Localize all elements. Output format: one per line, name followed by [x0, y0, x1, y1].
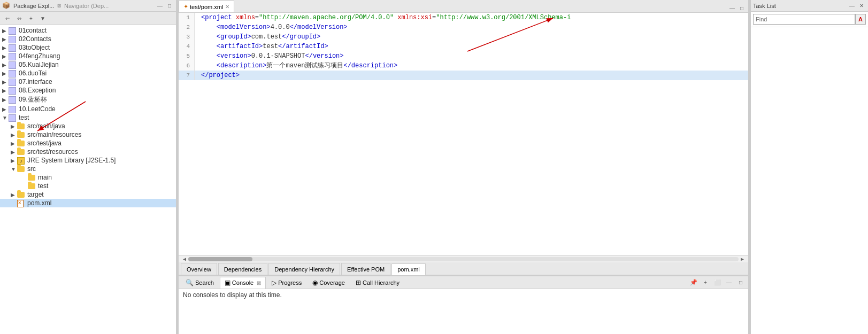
expand-arrow: ▶ [11, 123, 17, 129]
scrollbar-thumb[interactable] [188, 257, 252, 261]
tree-item-main[interactable]: ▶ main [0, 173, 176, 182]
maximize-editor-button[interactable]: □ [738, 4, 746, 12]
line-content: <project xmlns="http://maven.apache.org/… [199, 13, 748, 22]
tab-dependency-hierarchy[interactable]: Dependency Hierarchy [268, 263, 340, 275]
tab-console-label: Console [232, 279, 254, 286]
tree-item-src[interactable]: ▼ src [0, 165, 176, 173]
task-find-input[interactable] [753, 14, 855, 25]
folder-icon-target [17, 191, 26, 198]
tab-console[interactable]: ▣ Console ⊠ [220, 277, 266, 289]
tree-item-test[interactable]: ▼ test [0, 113, 176, 122]
tree-label: 05.KuaiJiejian [19, 61, 59, 68]
task-list-minimize-button[interactable]: — [848, 2, 856, 10]
tree-item-src-test-java[interactable]: ▶ src/test/java [0, 139, 176, 147]
tab-search[interactable]: 🔍 Search [181, 277, 219, 289]
package-tree: ▶ 01contact ▶ 02Contacts ▶ 03toObject ▶ … [0, 25, 176, 334]
maximize-button[interactable]: □ [165, 2, 174, 10]
tree-label: test [38, 182, 48, 190]
xml-icon [17, 199, 26, 207]
tree-item-src-main-java[interactable]: ▶ src/main/java [0, 122, 176, 130]
tree-label: 07.interface [19, 78, 52, 86]
bottom-expand-button[interactable]: ⬜ [712, 277, 723, 288]
project-icon-07 [9, 78, 17, 86]
tree-item-target[interactable]: ▶ target [0, 190, 176, 199]
minimize-button[interactable]: — [156, 2, 164, 10]
task-find-button[interactable]: A [855, 14, 866, 25]
link-with-editor-button[interactable]: ⇔ [14, 13, 25, 24]
line-content: </project> [199, 71, 748, 80]
minimize-editor-button[interactable]: — [728, 4, 736, 12]
code-line-1: 1 <project xmlns="http://maven.apache.or… [179, 13, 748, 22]
task-list-close-button[interactable]: ✕ [857, 2, 866, 10]
folder-icon-test [28, 182, 36, 190]
editor-tab-pom-xml[interactable]: ✦ test/pom.xml ✕ [179, 1, 234, 12]
tree-item-pom-xml[interactable]: ▶ pom.xml [0, 199, 176, 207]
bottom-minimize-button[interactable]: — [724, 277, 734, 288]
tab-coverage[interactable]: ◉ Coverage [308, 277, 350, 289]
tab-call-hierarchy[interactable]: ⊞ Call Hierarchy [351, 277, 404, 289]
tab-dependencies[interactable]: Dependencies [218, 263, 267, 275]
tab-overview[interactable]: Overview [181, 263, 217, 275]
tab-progress-label: Progress [278, 279, 302, 286]
code-line-3: 3 <groupId>com.test</groupId> [179, 32, 748, 42]
new-button[interactable]: + [26, 13, 36, 24]
line-content: <artifactId>test</artifactId> [199, 42, 748, 51]
tree-item-06duotai[interactable]: ▶ 06.duoTai [0, 69, 176, 77]
tab-progress[interactable]: ▷ Progress [267, 277, 306, 289]
tree-item-01contact[interactable]: ▶ 01contact [0, 26, 176, 35]
tab-label: test/pom.xml [190, 4, 223, 10]
line-number: 5 [179, 51, 195, 61]
tree-item-src-main-resources[interactable]: ▶ src/main/resources [0, 130, 176, 139]
bottom-new-button[interactable]: + [700, 277, 711, 288]
project-icon-01contact [9, 27, 17, 34]
progress-icon: ▷ [272, 279, 276, 286]
tree-label: main [38, 174, 52, 181]
package-explorer: 📦 Package Expl... ⊠ Navigator (Dep... — … [0, 0, 176, 334]
tree-item-10leetcode[interactable]: ▶ 10.LeetCode [0, 105, 176, 113]
folder-icon-main [28, 174, 36, 181]
tree-label: 09.蓝桥杯 [19, 95, 47, 104]
tree-label: 02Contacts [19, 35, 51, 43]
tree-item-jre[interactable]: ▶ J JRE System Library [J2SE-1.5] [0, 156, 176, 165]
pom-tabs-bar: Overview Dependencies Dependency Hierarc… [179, 262, 748, 275]
project-icon-09 [9, 96, 17, 104]
pin-button[interactable]: 📌 [688, 277, 699, 288]
separator: ⊠ [57, 2, 61, 9]
tree-item-04fengzhuang[interactable]: ▶ 04fengZhuang [0, 52, 176, 60]
bottom-close-button[interactable]: □ [735, 277, 746, 288]
line-content: <groupId>com.test</groupId> [199, 32, 748, 42]
tree-item-09bluecup[interactable]: ▶ 09.蓝桥杯 [0, 95, 176, 105]
tree-item-src-test-resources[interactable]: ▶ src/test/resources [0, 147, 176, 156]
tree-item-03toobject[interactable]: ▶ 03toObject [0, 43, 176, 52]
line-content: <modelVersion>4.0.0</modelVersion> [199, 22, 748, 32]
project-icon-06 [9, 69, 17, 77]
tree-item-02contacts[interactable]: ▶ 02Contacts [0, 35, 176, 43]
tree-item-08exception[interactable]: ▶ 08.Exception [0, 86, 176, 95]
scrollbar-track[interactable] [188, 257, 739, 261]
tab-effective-pom[interactable]: Effective POM [341, 263, 390, 275]
console-close-badge: ⊠ [257, 280, 261, 286]
scroll-left-button[interactable]: ◀ [181, 256, 188, 262]
code-line-2: 2 <modelVersion>4.0.0</modelVersion> [179, 22, 748, 32]
bottom-console-content: No consoles to display at this time. [179, 289, 748, 334]
project-icon-08 [9, 87, 17, 94]
tree-label: src/test/resources [27, 148, 78, 156]
view-menu-button[interactable]: ▼ [37, 13, 48, 24]
scroll-right-button[interactable]: ▶ [739, 256, 746, 262]
tree-item-07interface[interactable]: ▶ 07.interface [0, 77, 176, 86]
tab-pom-xml[interactable]: pom.xml [391, 263, 426, 275]
tree-label: 08.Exception [19, 87, 56, 94]
tab-label: Overview [187, 266, 211, 273]
line-number: 1 [179, 13, 195, 22]
tree-item-test-folder[interactable]: ▶ test [0, 182, 176, 190]
expand-arrow: ▶ [2, 106, 9, 112]
collapse-all-button[interactable]: ⇐ [2, 13, 13, 24]
expand-arrow: ▶ [11, 141, 17, 146]
expand-arrow: ▶ [2, 45, 9, 51]
tree-item-05kuaijiejian[interactable]: ▶ 05.KuaiJiejian [0, 60, 176, 69]
line-content: <description>第一个maven测试练习项目</description… [199, 61, 748, 71]
srcfolder-icon [17, 131, 26, 138]
tree-label: 04fengZhuang [19, 52, 60, 60]
expand-arrow: ▶ [11, 158, 17, 164]
tab-close-button[interactable]: ✕ [225, 4, 229, 10]
